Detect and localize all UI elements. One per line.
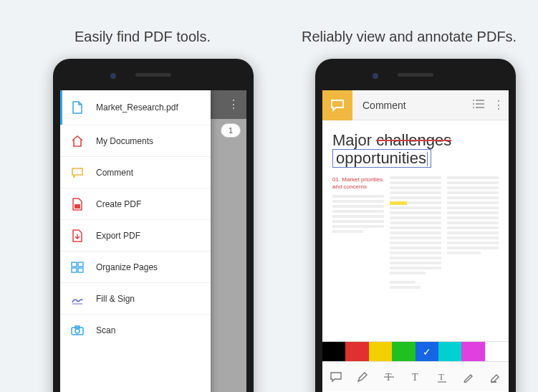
annotation-toolbar: T T T	[322, 361, 509, 391]
camera-icon	[70, 323, 85, 338]
svg-point-8	[473, 100, 474, 101]
comment-mode-button[interactable]	[322, 90, 352, 120]
column-2	[390, 176, 441, 291]
drawer-item-comment[interactable]: Comment	[60, 156, 211, 188]
title-prefix: Major	[332, 131, 376, 149]
comment-bubble-icon[interactable]	[322, 371, 349, 383]
document-title: Major challenges opportunities	[332, 132, 499, 168]
document-columns: 01. Market priorities and concerns	[332, 176, 499, 291]
phone-screen-left: ⋮ 1 Market_Research.pdf My Documents	[60, 90, 246, 392]
svg-text:T: T	[438, 371, 444, 382]
svg-point-6	[75, 329, 80, 333]
text-insert-box[interactable]: opportunities	[332, 149, 431, 168]
home-icon	[70, 134, 85, 148]
text-cursor	[427, 152, 428, 166]
drawer-label: Organize Pages	[96, 262, 158, 272]
phone-frame-left: ⋮ 1 Market_Research.pdf My Documents	[53, 59, 254, 392]
list-view-icon[interactable]	[469, 99, 489, 112]
drawer-label: Create PDF	[96, 199, 141, 209]
comment-icon	[70, 166, 85, 180]
drawer-item-documents[interactable]: My Documents	[60, 125, 211, 156]
overflow-icon[interactable]: ⋮	[489, 98, 509, 112]
color-swatch[interactable]	[485, 342, 509, 361]
title-insert-text: opportunities	[336, 149, 426, 167]
color-palette: ✓	[322, 341, 509, 361]
svg-rect-4	[78, 268, 83, 272]
sign-icon	[70, 292, 85, 306]
drawer-label: Market_Research.pdf	[96, 102, 178, 113]
page-indicator: 1	[221, 123, 241, 138]
drawer-item-fill-sign[interactable]: Fill & Sign	[60, 282, 211, 314]
column-3	[447, 176, 499, 291]
color-swatch[interactable]	[322, 342, 345, 361]
svg-rect-0	[75, 204, 80, 209]
phone-camera	[373, 73, 378, 79]
phone-camera	[110, 73, 116, 79]
phone-screen-right: Comment ⋮ 1 Major challenges opportuniti…	[322, 90, 509, 392]
drawer-item-create-pdf[interactable]: Create PDF	[60, 188, 211, 219]
color-swatch[interactable]	[345, 342, 368, 361]
document-viewport[interactable]: Major challenges opportunities 01. Marke…	[322, 120, 509, 341]
color-swatch[interactable]	[392, 342, 415, 361]
file-icon	[70, 100, 85, 115]
color-swatch[interactable]	[369, 342, 392, 361]
drawer-item-scan[interactable]: Scan	[60, 314, 211, 345]
text-underline-icon[interactable]: T	[429, 371, 456, 383]
phone-speaker	[135, 73, 171, 77]
drawer-label: Export PDF	[96, 231, 140, 241]
drawer-label: My Documents	[96, 136, 153, 146]
navigation-drawer: Market_Research.pdf My Documents Comment…	[60, 90, 211, 392]
drawer-item-organize[interactable]: Organize Pages	[60, 251, 211, 282]
text-strike-icon[interactable]: T	[375, 371, 402, 383]
title-strikethrough: challenges	[376, 131, 451, 149]
pencil-icon[interactable]	[349, 371, 375, 383]
svg-text:T: T	[412, 372, 418, 383]
create-pdf-icon	[70, 197, 85, 211]
color-swatch[interactable]	[461, 342, 484, 361]
drawer-label: Fill & Sign	[96, 294, 135, 304]
annotator-header: Comment ⋮	[322, 90, 509, 120]
organize-icon	[70, 260, 85, 274]
color-swatch[interactable]: ✓	[415, 342, 438, 361]
drawer-label: Comment	[96, 168, 133, 178]
text-icon[interactable]: T	[402, 371, 428, 383]
svg-rect-2	[78, 262, 83, 267]
header-title: Comment	[352, 100, 469, 111]
export-pdf-icon	[70, 229, 85, 243]
svg-point-9	[473, 103, 474, 105]
phone-speaker	[398, 73, 433, 77]
highlighter-icon[interactable]	[482, 371, 509, 383]
drawer-item-file[interactable]: Market_Research.pdf	[60, 90, 211, 125]
svg-rect-3	[72, 268, 77, 272]
color-swatch[interactable]	[438, 342, 461, 361]
svg-rect-1	[72, 262, 77, 267]
drawer-label: Scan	[96, 325, 115, 335]
phone-frame-right: Comment ⋮ 1 Major challenges opportuniti…	[315, 59, 516, 392]
section-heading: 01. Market priorities and concerns	[332, 176, 384, 190]
caption-right: Reliably view and annotate PDFs.	[302, 29, 517, 45]
svg-point-10	[473, 107, 474, 108]
check-icon: ✓	[415, 342, 438, 361]
column-1: 01. Market priorities and concerns	[332, 176, 384, 291]
caption-left: Easily find PDF tools.	[75, 29, 211, 45]
highlight-annotation	[390, 201, 407, 205]
drawer-item-export-pdf[interactable]: Export PDF	[60, 219, 211, 251]
pen-icon[interactable]	[456, 371, 482, 383]
overflow-icon: ⋮	[228, 97, 239, 111]
